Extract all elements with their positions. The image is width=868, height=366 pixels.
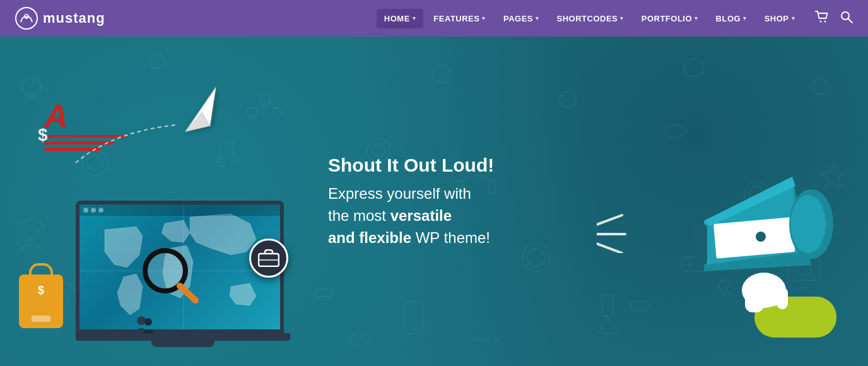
search-icon[interactable] <box>840 11 853 27</box>
caret-icon: ▾ <box>620 15 624 21</box>
svg-rect-38 <box>602 295 613 316</box>
logo[interactable]: mustang <box>15 7 105 30</box>
nav-item-shortcodes[interactable]: SHORTCODES ▾ <box>549 9 631 28</box>
hero-line2-prefix: the most <box>328 207 390 224</box>
laptop-base <box>76 333 290 341</box>
nav-item-shop[interactable]: SHOP ▾ <box>757 9 802 28</box>
svg-point-7 <box>150 54 165 69</box>
nav-link-home[interactable]: HOME ▾ <box>377 9 424 28</box>
svg-point-63 <box>91 208 96 213</box>
svg-point-70 <box>144 318 152 326</box>
svg-point-2 <box>824 20 826 22</box>
svg-point-22 <box>527 249 545 266</box>
svg-line-73 <box>597 244 622 253</box>
cart-icon[interactable] <box>815 11 829 27</box>
caret-icon: ▾ <box>482 15 486 21</box>
svg-rect-61 <box>79 204 284 216</box>
hero-line1: Express yourself with <box>328 185 471 202</box>
hero-headline: Shout It Out Loud! <box>328 154 580 177</box>
hero-body: Express yourself with the most versatile… <box>328 183 580 249</box>
nav-icons <box>815 11 853 27</box>
navbar: mustang HOME ▾ FEATURES ▾ PAGES ▾ SHORTC… <box>0 0 868 37</box>
caret-icon: ▾ <box>413 15 416 21</box>
nav-item-blog[interactable]: BLOG ▾ <box>708 9 754 28</box>
nav-item-portfolio[interactable]: PORTFOLIO ▾ <box>634 9 706 28</box>
svg-line-4 <box>848 19 852 23</box>
svg-rect-26 <box>315 289 333 297</box>
hero-versatile: versatile <box>390 207 452 224</box>
dollar-sign: $ <box>38 125 48 145</box>
nav-item-features[interactable]: FEATURES ▾ <box>426 9 493 28</box>
nav-link-pages[interactable]: PAGES ▾ <box>496 9 547 28</box>
people-icons <box>136 316 153 334</box>
nav-link-portfolio[interactable]: PORTFOLIO ▾ <box>634 9 706 28</box>
svg-point-69 <box>137 316 146 325</box>
svg-rect-56 <box>32 316 50 322</box>
logo-icon <box>15 7 38 30</box>
svg-line-33 <box>257 103 265 109</box>
briefcase-badge <box>249 239 288 278</box>
magnifier-icon <box>139 247 199 306</box>
sound-lines <box>597 209 641 256</box>
hero-text-block: Shout It Out Loud! Express yourself with… <box>328 154 580 249</box>
svg-point-1 <box>820 20 822 22</box>
hero-line3-suffix: WP theme! <box>411 228 490 245</box>
svg-point-9 <box>433 66 450 83</box>
laptop-stand <box>151 341 214 347</box>
svg-line-66 <box>180 286 196 300</box>
caret-icon: ▾ <box>536 15 539 21</box>
svg-point-5 <box>22 78 41 97</box>
nav-item-home[interactable]: HOME ▾ <box>377 9 424 28</box>
brand-name: mustang <box>43 10 105 27</box>
svg-point-11 <box>560 92 576 108</box>
svg-rect-83 <box>695 224 707 265</box>
svg-rect-42 <box>404 302 423 333</box>
svg-point-84 <box>756 232 766 242</box>
svg-line-34 <box>270 103 278 109</box>
shopping-bag-icon: $ <box>19 274 63 328</box>
caret-icon: ▾ <box>792 15 795 21</box>
svg-point-64 <box>98 208 103 213</box>
svg-point-62 <box>83 208 88 213</box>
nav-links: HOME ▾ FEATURES ▾ PAGES ▾ SHORTCODES ▾ P <box>377 9 802 28</box>
caret-icon: ▾ <box>695 15 698 21</box>
svg-point-13 <box>684 59 703 78</box>
hero-section: A $ $ <box>0 37 868 366</box>
bag-dollar-sign: $ <box>38 284 44 297</box>
svg-point-30 <box>247 107 257 117</box>
nav-link-blog[interactable]: BLOG ▾ <box>708 9 754 28</box>
svg-point-3 <box>842 12 849 20</box>
nav-link-features[interactable]: FEATURES ▾ <box>426 9 493 28</box>
nav-link-shortcodes[interactable]: SHORTCODES ▾ <box>549 9 631 28</box>
hero-flexible: and flexible <box>328 228 411 245</box>
dashed-path <box>63 119 208 169</box>
nav-item-pages[interactable]: PAGES ▾ <box>496 9 547 28</box>
svg-line-71 <box>597 215 622 225</box>
megaphone-illustration <box>641 126 843 341</box>
svg-point-82 <box>790 195 826 253</box>
svg-rect-79 <box>777 287 788 309</box>
svg-rect-80 <box>713 217 795 259</box>
svg-point-15 <box>812 80 828 95</box>
caret-icon: ▾ <box>743 15 747 21</box>
nav-link-shop[interactable]: SHOP ▾ <box>757 9 802 28</box>
